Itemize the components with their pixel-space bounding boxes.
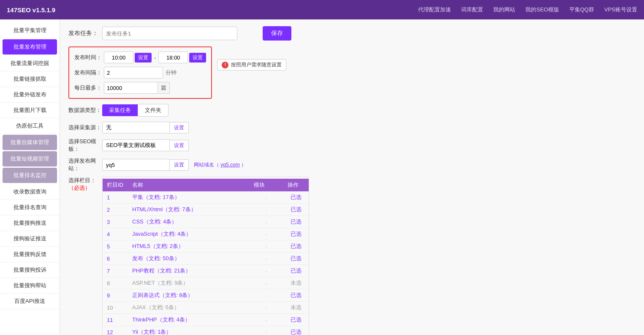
sidebar-item-short-video: 批量短视频管理 — [3, 151, 57, 167]
interval-unit: 分钟 — [166, 69, 177, 76]
sidebar-item-traffic-keyword[interactable]: 批量流量词挖掘 — [0, 56, 60, 71]
table-row[interactable]: 9正则表达式（文档: 8条）-已选 — [103, 289, 309, 302]
category-name: JavaScript（文档: 4条） — [128, 228, 250, 240]
category-id: 6 — [103, 253, 128, 265]
col-header-id: 栏目ID — [103, 179, 128, 191]
sidebar-item-index-query[interactable]: 收录数据查询 — [0, 184, 60, 200]
table-row[interactable]: 10AJAX（文档: 5条）-未选 — [103, 302, 309, 314]
sidebar-item-rank-query[interactable]: 批量排名查询 — [0, 200, 60, 215]
category-action[interactable]: 已选 — [283, 204, 309, 216]
sidebar-item-batch-publish[interactable]: 批量发布管理 — [3, 39, 57, 55]
sidebar-item-link-crawl[interactable]: 批量链接抓取 — [0, 71, 60, 87]
daily-max-unit: 篇 — [158, 82, 170, 94]
sidebar-item-rank-monitor: 批量排名监控 — [3, 168, 57, 183]
category-action[interactable]: 已选 — [283, 265, 309, 277]
category-module: - — [250, 216, 283, 228]
category-module: - — [250, 253, 283, 265]
datasource-tab-collect[interactable]: 采集任务 — [102, 104, 138, 116]
table-row[interactable]: 2HTML/Xhtml（文档: 7条）-已选 — [103, 204, 309, 216]
select-category-row: 选择栏目： （必选） 栏目ID 名称 模块 操作 — [68, 177, 636, 335]
time-settings-section: 发布时间： 设置 - 设置 发布间隔： 分钟 每日最多： 篇 — [68, 46, 212, 99]
daily-max-input[interactable] — [104, 82, 158, 94]
select-category-label: 选择栏目： （必选） — [68, 177, 102, 192]
table-row[interactable]: 8ASP.NET（文档: 9条）-未选 — [103, 277, 309, 289]
category-action[interactable]: 已选 — [283, 216, 309, 228]
select-source-input[interactable] — [102, 122, 170, 133]
select-seo-row: 选择SEO模板： 设置 — [68, 138, 636, 153]
category-table-container[interactable]: 栏目ID 名称 模块 操作 1平集（文档: 17条）-已选2HTML/Xhtml… — [102, 177, 309, 335]
datasource-tab-folder[interactable]: 文件夹 — [138, 104, 168, 117]
task-name-input[interactable] — [102, 27, 237, 40]
category-action[interactable]: 已选 — [283, 253, 309, 265]
category-action[interactable]: 已选 — [283, 289, 309, 302]
select-website-input[interactable] — [102, 159, 170, 171]
category-id: 8 — [103, 277, 128, 289]
nav-proxy[interactable]: 代理配置加速 — [418, 6, 451, 14]
category-id: 7 — [103, 265, 128, 277]
table-row[interactable]: 6发布（文档: 50条）-已选 — [103, 253, 309, 265]
sidebar-item-external-link[interactable]: 批量外链发布 — [0, 87, 60, 103]
col-header-module: 模块 — [250, 179, 283, 191]
sidebar-item-batch-collect[interactable]: 批量平集管理 — [0, 23, 60, 38]
table-row[interactable]: 3CSS（文档: 4条）-已选 — [103, 216, 309, 228]
category-name: HTML5（文档: 2条） — [128, 240, 250, 253]
category-module: - — [250, 326, 283, 335]
category-action[interactable]: 未选 — [283, 277, 309, 289]
datasource-label: 数据源类型： — [68, 106, 102, 114]
category-table: 栏目ID 名称 模块 操作 1平集（文档: 17条）-已选2HTML/Xhtml… — [103, 179, 309, 335]
sidebar-item-sogou-feedback[interactable]: 批量搜狗反馈 — [0, 247, 60, 262]
table-row[interactable]: 12Yii（文档: 1条）-已选 — [103, 326, 309, 335]
category-id: 2 — [103, 204, 128, 216]
table-row[interactable]: 1平集（文档: 17条）-已选 — [103, 191, 309, 204]
category-id: 4 — [103, 228, 128, 240]
category-action[interactable]: 已选 — [283, 191, 309, 204]
category-module: - — [250, 277, 283, 289]
time-start-set-button[interactable]: 设置 — [135, 53, 152, 63]
website-domain-value: yq5.com — [220, 162, 239, 168]
nav-mysite[interactable]: 我的网站 — [493, 6, 515, 14]
nav-seo-template[interactable]: 我的SEO模版 — [525, 6, 559, 14]
category-name: 发布（文档: 50条） — [128, 253, 250, 265]
col-header-name: 名称 — [128, 179, 250, 191]
save-button[interactable]: 保存 — [263, 26, 291, 41]
table-row[interactable]: 5HTML5（文档: 2条）-已选 — [103, 240, 309, 253]
nav-qq[interactable]: 平集QQ群 — [569, 6, 594, 14]
sidebar-item-sogou-complaint[interactable]: 批量搜狗投诉 — [0, 262, 60, 278]
sidebar-item-sogou-push[interactable]: 批量搜狗推送 — [0, 215, 60, 231]
category-name: PHP教程（文档: 21条） — [128, 265, 250, 277]
category-action[interactable]: 已选 — [283, 240, 309, 253]
category-action[interactable]: 未选 — [283, 302, 309, 314]
header: 147SEO v1.5.1.9 代理配置加速 词库配置 我的网站 我的SEO模版… — [0, 0, 644, 19]
daily-max-label: 每日最多： — [74, 84, 104, 92]
time-start-input[interactable] — [104, 52, 133, 63]
category-name: ThinkPHP（文档: 4条） — [128, 314, 250, 326]
table-row[interactable]: 4JavaScript（文档: 4条）-已选 — [103, 228, 309, 240]
publish-time-label: 发布时间： — [74, 54, 104, 61]
nav-vps[interactable]: VPS账号设置 — [604, 6, 637, 14]
category-id: 11 — [103, 314, 128, 326]
category-module: - — [250, 240, 283, 253]
interval-row: 发布间隔： 分钟 — [74, 67, 206, 79]
time-end-set-button[interactable]: 设置 — [189, 53, 206, 63]
nav-dict[interactable]: 词库配置 — [461, 6, 483, 14]
select-seo-set-button[interactable]: 设置 — [170, 140, 189, 151]
category-id: 10 — [103, 302, 128, 314]
daily-max-row: 每日最多： 篇 — [74, 82, 206, 94]
sidebar-item-pseudo-original[interactable]: 伪原创工具 — [0, 118, 60, 134]
sidebar-item-sogou-bangzhan[interactable]: 批量搜狗帮站 — [0, 278, 60, 294]
select-seo-input[interactable] — [102, 139, 170, 151]
table-row[interactable]: 11ThinkPHP（文档: 4条）-已选 — [103, 314, 309, 326]
time-end-input[interactable] — [158, 52, 188, 63]
sidebar-item-image-download[interactable]: 批量图片下载 — [0, 103, 60, 118]
table-row[interactable]: 7PHP教程（文档: 21条）-已选 — [103, 265, 309, 277]
category-action[interactable]: 已选 — [283, 314, 309, 326]
main-content: 发布任务： 保存 发布时间： 设置 - 设置 发布间隔： — [60, 19, 644, 335]
interval-input[interactable] — [104, 67, 163, 79]
select-website-set-button[interactable]: 设置 — [170, 159, 189, 171]
task-name-label: 发布任务： — [68, 30, 98, 37]
sidebar-item-baidu-api[interactable]: 百度API推送 — [0, 294, 60, 309]
sidebar-item-sogou-verify[interactable]: 搜狗验证推送 — [0, 231, 60, 247]
select-source-set-button[interactable]: 设置 — [170, 122, 189, 133]
category-action[interactable]: 已选 — [283, 228, 309, 240]
category-action[interactable]: 已选 — [283, 326, 309, 335]
